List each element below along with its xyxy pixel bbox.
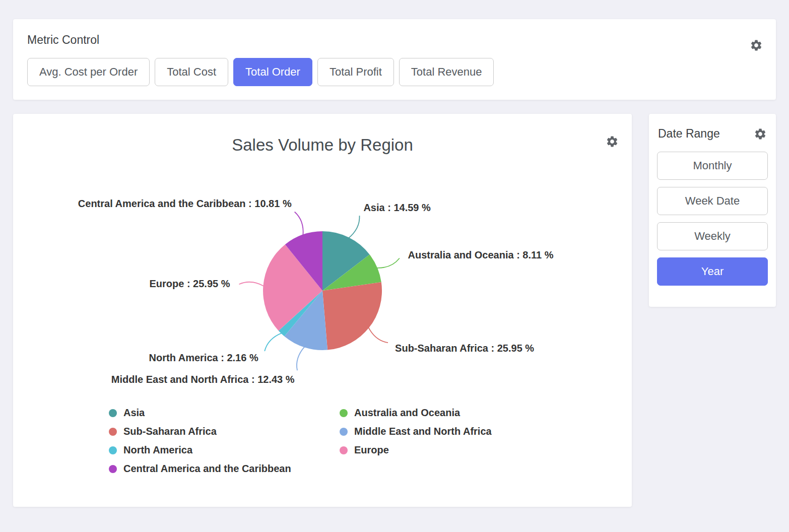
legend-item-central-america-and-the-caribbean[interactable]: Central America and the Caribbean	[109, 463, 340, 475]
chart-legend: AsiaAustralia and OceaniaSub-Saharan Afr…	[109, 407, 632, 475]
legend-dot	[109, 465, 117, 473]
pie-leader-line-central-america-and-the-caribbean	[295, 212, 303, 236]
legend-dot	[109, 409, 117, 417]
pie-leader-line-australia-and-oceania	[376, 258, 400, 268]
metric-control-card: Metric Control Avg. Cost per Order Total…	[13, 19, 776, 100]
legend-item-north-america[interactable]: North America	[109, 444, 340, 456]
chart-title: Sales Volume by Region	[13, 135, 632, 155]
pie-leader-line-middle-east-and-north-africa	[297, 347, 305, 371]
gear-icon[interactable]	[754, 127, 767, 141]
date-range-title: Date Range	[658, 127, 720, 141]
legend-item-middle-east-and-north-africa[interactable]: Middle East and North Africa	[340, 426, 632, 437]
legend-item-australia-and-oceania[interactable]: Australia and Oceania	[340, 407, 632, 419]
legend-label: North America	[123, 444, 192, 456]
pie-leader-line-north-america	[265, 333, 282, 351]
legend-label: Central America and the Caribbean	[123, 463, 291, 475]
legend-dot	[109, 446, 117, 454]
gear-icon[interactable]	[750, 39, 763, 52]
date-button-weekly[interactable]: Weekly	[657, 222, 768, 250]
pie-label-central-america-and-the-caribbean: Central America and the Caribbean : 10.8…	[78, 198, 292, 209]
gear-icon	[750, 39, 763, 52]
legend-label: Europe	[354, 444, 389, 456]
legend-item-sub-saharan-africa[interactable]: Sub-Saharan Africa	[109, 426, 340, 437]
date-button-monthly[interactable]: Monthly	[657, 152, 768, 180]
pie-label-north-america: North America : 2.16 %	[149, 352, 258, 363]
sales-volume-chart-card: Sales Volume by Region Asia : 14.59 %Aus…	[13, 114, 632, 507]
pie-label-europe: Europe : 25.95 %	[149, 278, 230, 289]
date-range-header: Date Range	[658, 127, 767, 141]
lower-region: Sales Volume by Region Asia : 14.59 %Aus…	[13, 114, 776, 507]
legend-dot	[109, 428, 117, 436]
pie-label-sub-saharan-africa: Sub-Saharan Africa : 25.95 %	[395, 343, 534, 354]
legend-label: Asia	[123, 407, 145, 419]
metric-button-avg-cost-per-order[interactable]: Avg. Cost per Order	[27, 58, 150, 86]
pie-leader-line-sub-saharan-africa	[368, 327, 388, 343]
legend-label: Australia and Oceania	[354, 407, 460, 419]
legend-label: Middle East and North Africa	[354, 426, 492, 437]
legend-label: Sub-Saharan Africa	[123, 426, 217, 437]
date-button-year[interactable]: Year	[657, 257, 768, 286]
gear-icon	[606, 135, 619, 148]
pie-chart[interactable]: Asia : 14.59 %Australia and Oceania : 8.…	[13, 157, 632, 399]
pie-label-middle-east-and-north-africa: Middle East and North Africa : 12.43 %	[111, 374, 295, 385]
pie-label-asia: Asia : 14.59 %	[363, 202, 431, 213]
metric-button-total-revenue[interactable]: Total Revenue	[399, 58, 494, 86]
legend-dot	[340, 409, 348, 417]
metric-button-total-profit[interactable]: Total Profit	[317, 58, 394, 86]
gear-icon[interactable]	[606, 135, 619, 148]
pie-leader-line-asia	[348, 216, 359, 238]
metric-button-total-order[interactable]: Total Order	[233, 58, 312, 86]
metric-buttons: Avg. Cost per Order Total Cost Total Ord…	[27, 58, 762, 86]
pie-slice-sub-saharan-africa[interactable]	[322, 282, 382, 350]
gear-icon	[754, 127, 767, 141]
date-button-week-date[interactable]: Week Date	[657, 187, 768, 215]
dashboard-page: Metric Control Avg. Cost per Order Total…	[0, 0, 789, 526]
metric-button-total-cost[interactable]: Total Cost	[155, 58, 228, 86]
metric-control-title: Metric Control	[27, 33, 762, 47]
date-buttons: Monthly Week Date Weekly Year	[657, 152, 768, 286]
legend-dot	[340, 428, 348, 436]
legend-item-europe[interactable]: Europe	[340, 444, 632, 456]
date-range-card: Date Range Monthly Week Date Weekly Year	[649, 114, 776, 307]
pie-leader-line-europe	[239, 282, 265, 286]
legend-item-asia[interactable]: Asia	[109, 407, 340, 419]
legend-dot	[340, 446, 348, 454]
pie-label-australia-and-oceania: Australia and Oceania : 8.11 %	[408, 249, 554, 260]
